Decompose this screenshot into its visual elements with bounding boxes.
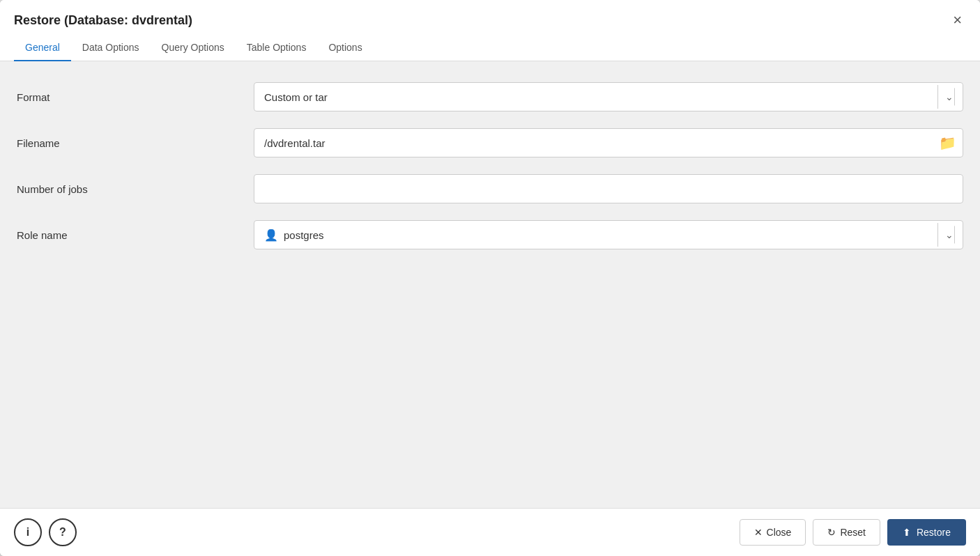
- number-of-jobs-control: [254, 174, 963, 203]
- user-icon: 👤: [264, 229, 278, 242]
- close-label: Close: [767, 527, 792, 538]
- number-of-jobs-input[interactable]: [254, 174, 963, 203]
- number-of-jobs-row: Number of jobs: [17, 174, 963, 203]
- info-button[interactable]: i: [14, 518, 42, 546]
- reset-icon: ↻: [827, 527, 836, 538]
- tab-data-options[interactable]: Data Options: [71, 35, 151, 61]
- restore-dialog: Restore (Database: dvdrental) × General …: [0, 0, 980, 556]
- format-select[interactable]: Custom or tar Directory Plain text: [254, 82, 963, 111]
- filename-control: 📁: [254, 128, 963, 157]
- role-divider: [937, 223, 938, 247]
- footer-right: ✕ Close ↻ Reset ⬆ Restore: [740, 519, 966, 546]
- tab-options[interactable]: Options: [317, 35, 373, 61]
- footer-left: i ?: [14, 518, 77, 546]
- filename-input[interactable]: [254, 128, 963, 157]
- close-x-icon: ✕: [754, 527, 763, 538]
- tab-general[interactable]: General: [14, 35, 71, 61]
- role-name-select[interactable]: 👤 postgres: [254, 220, 963, 249]
- role-select-wrapper: 👤 postgres ⌄: [254, 220, 963, 249]
- dialog-close-button[interactable]: ×: [949, 11, 966, 29]
- filename-label: Filename: [17, 137, 254, 149]
- dialog-footer: i ? ✕ Close ↻ Reset ⬆ Restore: [0, 508, 980, 556]
- restore-label: Restore: [917, 527, 951, 538]
- dialog-header: Restore (Database: dvdrental) ×: [0, 0, 980, 29]
- tab-table-options[interactable]: Table Options: [236, 35, 318, 61]
- format-control: Custom or tar Directory Plain text ⌄: [254, 82, 963, 111]
- dialog-body: Format Custom or tar Directory Plain tex…: [0, 61, 980, 508]
- filename-row: Filename 📁: [17, 128, 963, 157]
- restore-button[interactable]: ⬆ Restore: [887, 519, 966, 546]
- role-name-row: Role name 👤 postgres ⌄: [17, 220, 963, 249]
- reset-label: Reset: [840, 527, 866, 538]
- folder-icon[interactable]: 📁: [939, 134, 956, 151]
- role-name-control: 👤 postgres ⌄: [254, 220, 963, 249]
- format-row: Format Custom or tar Directory Plain tex…: [17, 82, 963, 111]
- number-of-jobs-label: Number of jobs: [17, 183, 254, 195]
- format-label: Format: [17, 91, 254, 103]
- role-name-label: Role name: [17, 229, 254, 241]
- format-select-wrapper: Custom or tar Directory Plain text ⌄: [254, 82, 963, 111]
- help-button[interactable]: ?: [49, 518, 77, 546]
- restore-icon: ⬆: [903, 527, 911, 538]
- close-button[interactable]: ✕ Close: [740, 519, 806, 546]
- reset-button[interactable]: ↻ Reset: [813, 519, 880, 546]
- tab-bar: General Data Options Query Options Table…: [0, 35, 980, 61]
- dialog-title: Restore (Database: dvdrental): [14, 13, 192, 28]
- tab-query-options[interactable]: Query Options: [151, 35, 236, 61]
- role-name-value: postgres: [284, 229, 324, 241]
- divider: [937, 85, 938, 109]
